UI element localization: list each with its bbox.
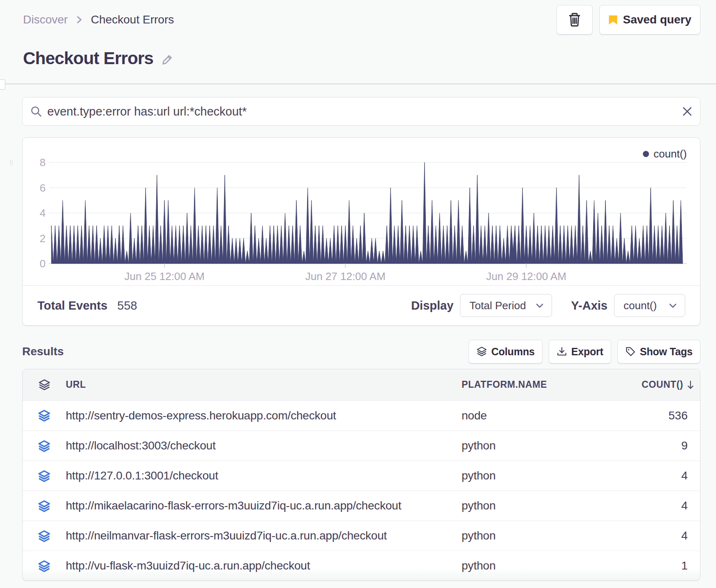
stack-icon [476,346,487,357]
breadcrumb-current: Checkout Errors [91,13,174,26]
chevron-down-icon [668,301,677,310]
bookmark-icon [608,15,618,25]
column-header-count-label: COUNT() [642,379,683,390]
header-actions: Saved query [557,5,700,35]
cell-count: 4 [642,529,700,542]
search-icon [30,105,42,118]
trash-icon [567,12,582,28]
header-divider [0,83,716,84]
cell-platform: python [462,469,642,482]
total-events-value: 558 [117,299,137,313]
chart-controls: Display Total Period Y-Axis count() [411,294,685,317]
column-header-platform[interactable]: PLATFORM.NAME [462,379,642,390]
svg-text:2: 2 [40,232,46,245]
table-row[interactable]: http://mikaelacarino-flask-errors-m3uuiz… [23,491,700,521]
left-edge-pill [10,160,12,165]
chevron-down-icon [535,301,544,310]
cell-url: http://127.0.0.1:3001/checkout [66,469,462,482]
results-row: Results Columns [22,340,700,363]
total-events-label: Total Events [37,299,107,313]
cell-platform: python [462,439,642,452]
cell-count: 4 [642,469,700,482]
page-title: Checkout Errors [23,49,153,68]
table-row[interactable]: http://localhost:3003/checkout python 9 [23,431,700,461]
row-stack-icon[interactable] [23,440,66,452]
row-stack-icon[interactable] [23,409,66,422]
table-row[interactable]: http://vu-flask-m3uuizd7iq-uc.a.run.app/… [23,551,700,581]
cell-url: http://localhost:3003/checkout [66,439,462,452]
table-row[interactable]: http://sentry-demos-express.herokuapp.co… [23,400,700,431]
table-row[interactable]: http://127.0.0.1:3001/checkout python 4 [23,461,700,491]
display-dropdown[interactable]: Total Period [460,294,552,317]
results-table: URL PLATFORM.NAME COUNT() [22,369,700,581]
table-row[interactable]: http://neilmanvar-flask-errors-m3uuizd7i… [23,521,700,551]
chevron-right-icon [75,14,83,26]
svg-text:4: 4 [40,207,46,219]
row-stack-icon[interactable] [23,530,66,542]
download-icon [557,346,567,357]
legend-label: count() [654,148,687,160]
legend-dot-icon [643,151,649,157]
column-header-count[interactable]: COUNT() [642,379,700,390]
left-edge-notch [0,79,5,90]
svg-text:8: 8 [40,156,46,169]
yaxis-dropdown[interactable]: count() [614,294,685,317]
row-stack-icon[interactable] [23,500,66,512]
title-row: Checkout Errors [23,49,174,68]
cell-platform: python [462,499,642,512]
breadcrumb: Discover Checkout Errors [23,13,174,26]
cell-platform: node [462,409,642,422]
yaxis-dropdown-value: count() [624,299,657,312]
show-tags-button[interactable]: Show Tags [617,340,700,363]
chart-legend[interactable]: count() [643,148,687,160]
export-button-label: Export [571,346,603,358]
cell-platform: python [462,529,642,542]
search-input[interactable] [47,105,676,118]
cell-count: 9 [642,439,700,452]
saved-query-button[interactable]: Saved query [599,5,700,35]
svg-text:0: 0 [40,257,46,270]
results-heading: Results [22,345,64,358]
svg-text:6: 6 [40,182,46,194]
table-header-row: URL PLATFORM.NAME COUNT() [23,369,700,400]
svg-text:Jun 29 12:00 AM: Jun 29 12:00 AM [486,270,566,282]
edit-title-icon[interactable] [161,53,174,66]
svg-text:Jun 27 12:00 AM: Jun 27 12:00 AM [305,270,386,282]
cell-url: http://vu-flask-m3uuizd7iq-uc.a.run.app/… [66,559,462,572]
chart-panel: count() 02468Jun 25 12:00 AMJun 27 12:00… [22,137,700,326]
cell-platform: python [462,559,642,572]
svg-text:Jun 25 12:00 AM: Jun 25 12:00 AM [125,270,205,282]
sort-desc-icon [686,380,695,390]
row-stack-icon[interactable] [23,470,66,482]
export-button[interactable]: Export [549,340,611,363]
columns-button[interactable]: Columns [469,340,543,363]
row-stack-icon[interactable] [23,560,66,572]
cell-count: 536 [642,409,700,422]
cell-count: 1 [642,559,700,572]
show-tags-button-label: Show Tags [640,346,693,358]
cell-count: 4 [642,499,700,512]
cell-url: http://mikaelacarino-flask-errors-m3uuiz… [66,499,462,512]
search-bar [22,97,700,126]
results-actions: Columns Export [469,340,700,363]
header-stack-icon[interactable] [23,379,66,391]
cell-url: http://neilmanvar-flask-errors-m3uuizd7i… [66,529,462,542]
clear-search-icon[interactable] [676,106,693,117]
display-dropdown-value: Total Period [469,299,526,312]
delete-query-button[interactable] [557,5,593,35]
saved-query-label: Saved query [623,13,691,26]
breadcrumb-discover[interactable]: Discover [23,13,68,26]
tag-icon [625,346,636,357]
events-area-chart[interactable]: 02468Jun 25 12:00 AMJun 27 12:00 AMJun 2… [23,138,700,286]
total-events: Total Events 558 [37,299,137,313]
cell-url: http://sentry-demos-express.herokuapp.co… [66,409,462,422]
column-header-url[interactable]: URL [66,379,462,390]
yaxis-label: Y-Axis [571,299,607,313]
display-label: Display [411,299,453,313]
columns-button-label: Columns [491,346,535,358]
chart-footer: Total Events 558 Display Total Period Y-… [23,285,700,325]
table-body: http://sentry-demos-express.herokuapp.co… [23,400,700,581]
